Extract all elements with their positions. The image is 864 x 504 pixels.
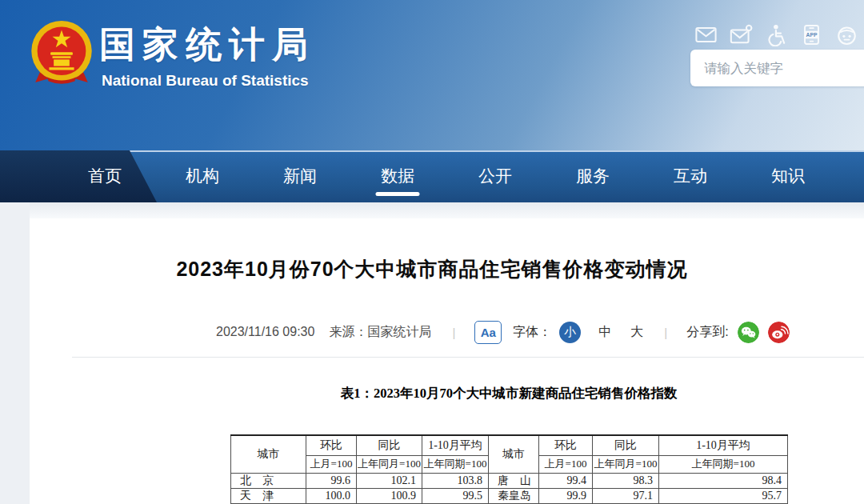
nav-item-label: 互动 [674,166,707,185]
national-emblem-logo [29,19,94,88]
nav-item-disclosure[interactable]: 公开 [446,150,544,202]
nav-item-label: 公开 [478,166,512,185]
city-cell: 秦皇岛 [489,488,539,503]
font-size-label: 字体： [513,324,551,341]
nav-item-data[interactable]: 数据 [349,150,446,202]
search-box [690,50,864,86]
col-header-yoy: 同比 [593,435,659,455]
col-subheader-mom-base: 上月=100 [539,455,593,473]
col-subheader-yoy-base: 上年同月=100 [593,455,659,473]
nav-item-label: 机构 [186,166,219,185]
value-cell: 98.4 [659,473,788,488]
value-cell: 100.9 [357,488,422,503]
value-cell: 99.6 [306,473,357,488]
nav-shadow-band [0,202,864,218]
value-cell: 99.9 [539,488,593,503]
col-subheader-yoy-base: 上年同月=100 [357,455,422,473]
value-cell: 99.5 [422,488,489,503]
table-row: 天 津 100.0 100.9 99.5 秦皇岛 99.9 97.1 95.7 [231,488,788,503]
separator: | [452,326,455,339]
nav-item-services[interactable]: 服务 [544,150,642,202]
main-navbar: 首页 机构 新闻 数据 公开 服务 互动 知识 [0,150,864,202]
article-meta-bar: 2023/11/16 09:30 来源：国家统计局 | Aa 字体： 小 中 大… [216,320,790,344]
share-label: 分享到: [686,324,728,341]
nav-item-interaction[interactable]: 互动 [642,150,739,202]
value-cell: 97.1 [593,488,659,503]
font-size-medium-button[interactable]: 中 [598,324,611,341]
col-header-city: 城市 [231,435,306,473]
value-cell: 95.7 [659,488,788,503]
nav-item-label: 数据 [381,166,414,185]
font-size-reset-button[interactable]: Aa [474,321,502,344]
nav-item-label: 知识 [771,166,805,185]
col-subheader-avg-base: 上年同期=100 [659,455,788,473]
value-cell: 98.3 [593,473,659,488]
site-title: 国家统计局 [99,21,315,69]
value-cell: 99.4 [539,473,593,488]
col-subheader-avg-base: 上年同期=100 [422,455,489,473]
font-size-small-button[interactable]: 小 [559,322,581,343]
font-size-large-button[interactable]: 大 [630,324,643,341]
table-row: 北 京 99.6 102.1 103.8 唐 山 99.4 98.3 98.4 [231,473,788,488]
city-cell: 天 津 [231,488,306,503]
smart-qa-robot-icon[interactable] [835,23,858,46]
col-header-city: 城市 [489,435,539,473]
col-header-mom: 环比 [306,435,357,455]
col-header-yoy: 同比 [357,435,422,455]
col-header-avg: 1-10月平均 [659,435,788,455]
accessibility-icon[interactable] [765,23,788,46]
nav-item-label: 首页 [88,166,122,185]
search-input[interactable] [690,50,864,86]
active-tab-underline [376,192,420,196]
col-header-mom: 环比 [539,435,593,455]
app-icon[interactable]: APP [800,23,823,46]
col-subheader-mom-base: 上月=100 [306,455,357,473]
source-label: 来源：国家统计局 [329,324,431,341]
city-cell: 北 京 [231,473,306,488]
mail-icon[interactable] [694,23,718,46]
header-toolbar: APP [694,22,864,46]
weibo-share-icon[interactable] [768,322,790,343]
site-header: 国家统计局 National Bureau of Statistics APP [0,0,864,150]
nav-item-news[interactable]: 新闻 [251,150,349,202]
nav-list: 首页 机构 新闻 数据 公开 服务 互动 知识 [56,150,837,202]
value-cell: 103.8 [422,473,489,488]
value-cell: 102.1 [357,473,422,488]
nav-item-label: 新闻 [283,166,317,185]
nav-item-label: 服务 [576,166,610,185]
meta-divider-line [72,357,864,358]
table-caption: 表1：2023年10月70个大中城市新建商品住宅销售价格指数 [230,385,787,402]
mail-subscribe-icon[interactable] [730,23,753,46]
svg-text:APP: APP [806,32,818,38]
article-title: 2023年10月份70个大中城市商品住宅销售价格变动情况 [0,256,864,282]
nav-item-knowledge[interactable]: 知识 [739,150,837,202]
wechat-share-icon[interactable] [738,322,759,343]
site-subtitle: National Bureau of Statistics [102,72,309,90]
nav-item-home[interactable]: 首页 [56,150,154,202]
publish-datetime: 2023/11/16 09:30 [216,325,314,339]
col-header-avg: 1-10月平均 [422,435,489,455]
separator: | [664,326,667,339]
nav-item-organization[interactable]: 机构 [154,150,251,202]
city-cell: 唐 山 [489,473,539,488]
value-cell: 100.0 [306,488,357,503]
price-index-table: 城市 环比 同比 1-10月平均 城市 环比 同比 1-10月平均 上月=100… [230,434,788,504]
page-left-gutter [0,202,30,504]
